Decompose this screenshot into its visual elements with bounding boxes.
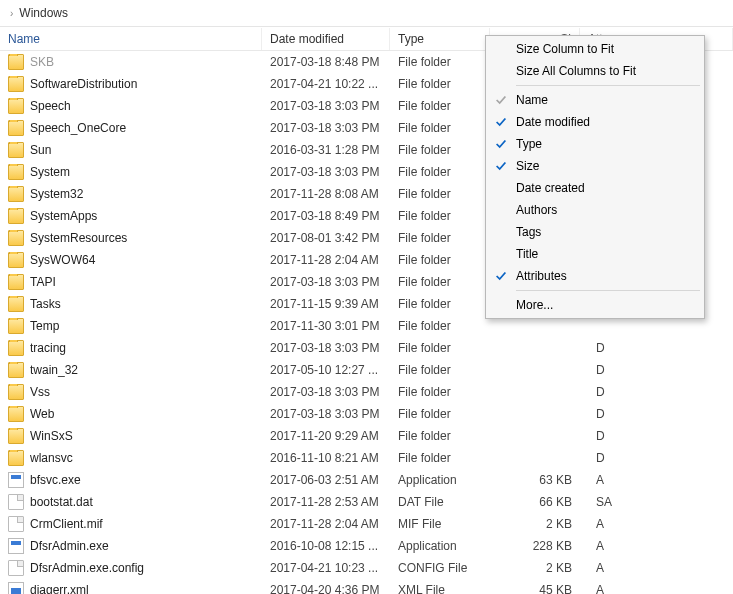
list-item[interactable]: bootstat.dat2017-11-28 2:53 AMDAT File66… [0,491,733,513]
file-size: 45 KB [490,583,580,594]
file-type: Application [390,473,490,487]
menu-item-label: Date created [516,181,585,195]
file-type: File folder [390,121,490,135]
menu-toggle-column[interactable]: Name [488,89,702,111]
file-type: MIF File [390,517,490,531]
folder-icon [8,98,24,114]
check-icon [494,93,508,107]
file-type: File folder [390,429,490,443]
file-name: Speech_OneCore [30,121,126,135]
file-date: 2016-10-08 12:15 ... [262,539,390,553]
file-size: 63 KB [490,473,580,487]
file-name: bootstat.dat [30,495,93,509]
file-date: 2017-05-10 12:27 ... [262,363,390,377]
file-name: Sun [30,143,51,157]
file-type: File folder [390,385,490,399]
file-type: File folder [390,99,490,113]
menu-item-label: Attributes [516,269,567,283]
menu-toggle-column[interactable]: Authors [488,199,702,221]
file-size: 2 KB [490,517,580,531]
file-date: 2017-11-28 2:04 AM [262,517,390,531]
file-name: SKB [30,55,54,69]
column-header-date-label: Date modified [270,32,344,46]
menu-item-label: Size All Columns to Fit [516,64,636,78]
breadcrumb[interactable]: › Windows [0,0,733,27]
list-item[interactable]: DfsrAdmin.exe2016-10-08 12:15 ...Applica… [0,535,733,557]
file-date: 2017-03-18 3:03 PM [262,407,390,421]
folder-icon [8,252,24,268]
folder-icon [8,362,24,378]
file-type: File folder [390,143,490,157]
folder-icon [8,318,24,334]
menu-toggle-column[interactable]: Date modified [488,111,702,133]
file-attr: SA [580,495,733,509]
menu-size-column-to-fit[interactable]: Size Column to Fit [488,38,702,60]
column-header-type-label: Type [398,32,424,46]
list-item[interactable]: Web2017-03-18 3:03 PMFile folderD [0,403,733,425]
folder-icon [8,428,24,444]
menu-item-label: More... [516,298,553,312]
file-type: File folder [390,165,490,179]
file-type: File folder [390,253,490,267]
list-item[interactable]: DfsrAdmin.exe.config2017-04-21 10:23 ...… [0,557,733,579]
menu-toggle-column[interactable]: Date created [488,177,702,199]
column-header-name[interactable]: Name [0,28,262,50]
file-date: 2017-11-30 3:01 PM [262,319,390,333]
file-date: 2017-04-21 10:22 ... [262,77,390,91]
list-item[interactable]: twain_322017-05-10 12:27 ...File folderD [0,359,733,381]
file-size: 228 KB [490,539,580,553]
file-attr: D [580,341,733,355]
file-attr: D [580,429,733,443]
menu-toggle-column[interactable]: Size [488,155,702,177]
file-name: SysWOW64 [30,253,95,267]
list-item[interactable]: WinSxS2017-11-20 9:29 AMFile folderD [0,425,733,447]
menu-toggle-column[interactable]: Attributes [488,265,702,287]
file-date: 2017-03-18 3:03 PM [262,99,390,113]
file-icon [8,494,24,510]
check-icon [494,159,508,173]
file-name: tracing [30,341,66,355]
menu-item-label: Size [516,159,539,173]
menu-item-label: Size Column to Fit [516,42,614,56]
menu-more[interactable]: More... [488,294,702,316]
check-icon [494,137,508,151]
menu-toggle-column[interactable]: Title [488,243,702,265]
file-type: File folder [390,297,490,311]
file-type: File folder [390,341,490,355]
file-date: 2017-03-18 3:03 PM [262,121,390,135]
file-type: File folder [390,319,490,333]
file-date: 2017-11-28 2:04 AM [262,253,390,267]
chevron-right-icon: › [10,8,13,19]
column-header-name-label: Name [8,32,40,46]
column-header-date[interactable]: Date modified [262,28,390,50]
file-name: bfsvc.exe [30,473,81,487]
file-name: wlansvc [30,451,73,465]
list-item[interactable]: wlansvc2016-11-10 8:21 AMFile folderD [0,447,733,469]
menu-toggle-column[interactable]: Type [488,133,702,155]
file-date: 2017-03-18 3:03 PM [262,275,390,289]
menu-toggle-column[interactable]: Tags [488,221,702,243]
folder-icon [8,340,24,356]
column-header-type[interactable]: Type [390,28,490,50]
list-item[interactable]: tracing2017-03-18 3:03 PMFile folderD [0,337,733,359]
folder-icon [8,120,24,136]
check-icon [494,115,508,129]
file-type: File folder [390,209,490,223]
file-type: File folder [390,77,490,91]
list-item[interactable]: Vss2017-03-18 3:03 PMFile folderD [0,381,733,403]
folder-icon [8,54,24,70]
list-item[interactable]: CrmClient.mif2017-11-28 2:04 AMMIF File2… [0,513,733,535]
file-icon [8,560,24,576]
file-type: File folder [390,55,490,69]
list-item[interactable]: diagerr.xml2017-04-20 4:36 PMXML File45 … [0,579,733,594]
file-type: File folder [390,187,490,201]
file-name: SystemApps [30,209,97,223]
file-type: File folder [390,275,490,289]
list-item[interactable]: bfsvc.exe2017-06-03 2:51 AMApplication63… [0,469,733,491]
app-icon [8,538,24,554]
file-type: CONFIG File [390,561,490,575]
menu-item-label: Authors [516,203,557,217]
menu-size-all-columns-to-fit[interactable]: Size All Columns to Fit [488,60,702,82]
file-type: File folder [390,231,490,245]
file-attr: D [580,451,733,465]
